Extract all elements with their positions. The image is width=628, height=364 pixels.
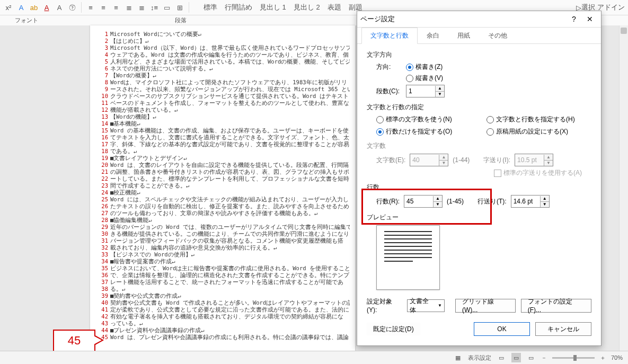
borders-icon[interactable]: ⊞ — [174, 2, 185, 13]
document-line[interactable]: 14■基本機能↵ — [95, 120, 350, 127]
document-line[interactable]: 28■協働編集機能↵ — [95, 217, 350, 224]
set-default-button[interactable]: 既定に設定(D) — [367, 323, 420, 335]
align-center-icon[interactable]: ≡ — [98, 2, 109, 13]
document-line[interactable]: 44■プレゼン資料や会議議事録の作成↵ — [95, 327, 350, 334]
align-right-icon[interactable]: ≡ — [111, 2, 121, 13]
document-line[interactable]: 15Word の基本機能は、文書の作成、編集、および保存である。ユーザーは、キー… — [95, 127, 350, 134]
document-line[interactable]: 40契約書や公式文書も Word で作成されることが多い。Wordはレイアウトや… — [95, 299, 350, 306]
distributed-icon[interactable]: ≣ — [136, 2, 147, 13]
document-line[interactable]: 9ースされた。それ以来、頻繁なバージョンアップが行われ、現在では Microso… — [95, 86, 350, 93]
document-line[interactable]: 35ビジネスにおいて、Wordは主に報告書や提案書の作成に使用される。Word … — [95, 265, 350, 272]
font-color-icon[interactable]: A — [16, 2, 26, 13]
zoom-out-button[interactable]: － — [541, 354, 547, 362]
style-nospacing[interactable]: 行間詰め — [225, 2, 252, 13]
document-line[interactable]: 1Microsoft Wordについての概要↵ — [95, 31, 350, 38]
chars-label: 文字数(E): — [376, 156, 405, 165]
tab-margins[interactable]: 余白 — [418, 28, 448, 43]
superscript-icon[interactable]: x² — [3, 2, 14, 13]
document-line[interactable]: 23間で作成することができる。↵ — [95, 182, 350, 189]
lines-spinner[interactable]: ▲▼ — [404, 195, 443, 208]
document-line[interactable]: 32載されており、編集内容の追跡や意見交換が効率的に行える。↵ — [95, 244, 350, 251]
line-text: ■プレゼン資料や会議議事録の作成↵ — [110, 327, 350, 334]
document-line[interactable]: 22ートしている。また、標準的なテンプレートを利用して、プロフェッショナルな文書… — [95, 175, 350, 182]
enclose-icon[interactable]: ㊦ — [67, 2, 77, 13]
document-line[interactable]: 2【はじめに】↵ — [95, 38, 350, 45]
shading-icon[interactable]: ▭ — [162, 2, 172, 13]
document-line[interactable]: 31バージョン管理やフィードバックの収集が容易となる。コメント機能や変更履歴機能… — [95, 237, 350, 244]
radio-manuscript[interactable]: 原稿用紙の設定にする(X) — [487, 127, 591, 136]
read-mode-icon[interactable]: ▭ — [497, 353, 506, 362]
document-line[interactable]: 6ネスでの使用方法について説明する。↵ — [95, 65, 350, 72]
radio-lines-only[interactable]: 行数だけを指定する(O) — [376, 127, 481, 136]
document-line[interactable]: 34■報告書や提案書の作成↵ — [95, 258, 350, 265]
document-line[interactable]: 27のツールも備わっており、文章の簡潔さや読みやすさを評価する機能もある。↵ — [95, 210, 350, 217]
document-line[interactable]: 16てテキストを入力し、文書に書式を適用することができる。文字サイズ、フォント、… — [95, 134, 350, 141]
document-line[interactable]: 11ベースのドキュメントを作成し、フォーマットを整えるためのツールとして使われ、… — [95, 100, 350, 106]
document-line[interactable]: 7【Wordの概要】↵ — [95, 72, 350, 79]
document-line[interactable]: 26たテキストの誤りを自動的に検出し、修正を提案する。また、読みやすさを向上させ… — [95, 203, 350, 210]
vertical-scrollbar[interactable] — [619, 25, 628, 351]
highlight-icon[interactable]: ab — [29, 2, 39, 13]
scroll-up-icon[interactable] — [621, 28, 627, 34]
document-line[interactable]: 17字、斜体、下線などの基本的な書式設定が可能であり、文書を視覚的に整理すること… — [95, 141, 350, 148]
document-line[interactable]: 24■校正機能↵ — [95, 189, 350, 196]
text-color-icon[interactable]: A — [41, 2, 52, 13]
document-line[interactable]: 39■契約書や公式文書の作成↵ — [95, 292, 350, 299]
document-line[interactable]: 12機能が搭載されている。↵ — [95, 106, 350, 113]
style-heading2[interactable]: 見出し 2 — [294, 2, 320, 13]
gridlines-button[interactable]: グリッド線(W)... — [455, 299, 516, 313]
document-line[interactable]: 18である。↵ — [95, 148, 350, 155]
document-line[interactable]: 8Wordは、マイクロソフト社によって開発されたソフトウェアであり、1983年に… — [95, 79, 350, 86]
zoom-slider[interactable] — [552, 357, 595, 359]
document-line[interactable]: 5人利用など、さまざまな場面で活用されている。本稿では、Wordの概要、機能、そ… — [95, 58, 350, 65]
apply-to-select[interactable]: 文書全体▼ — [407, 299, 445, 312]
radio-horizontal[interactable]: 横書き(Z) — [406, 63, 443, 72]
document-line[interactable]: 13【Wordの機能】↵ — [95, 113, 350, 120]
character-shading-icon[interactable]: A — [54, 2, 65, 13]
group-font-label: フォント — [15, 16, 38, 24]
document-line[interactable]: 41定が柔軟であり、公式文書として必要な規定に沿った文書作成が可能である。また、… — [95, 306, 350, 313]
radio-standard-chars[interactable]: 標準の文字数を使う(N) — [376, 115, 481, 124]
close-button[interactable]: ✕ — [582, 12, 598, 26]
zoom-in-button[interactable]: ＋ — [600, 354, 606, 362]
print-layout-icon[interactable]: ▭ — [511, 353, 521, 362]
display-settings-icon[interactable]: ▦ — [453, 353, 463, 362]
justify-icon[interactable]: ≣ — [123, 2, 134, 13]
document-line[interactable]: 4ウェアである。Word は文書の作成や編集を行うためのツールであり、ビジネス、… — [95, 51, 350, 58]
style-title[interactable]: 表題 — [328, 2, 341, 13]
font-settings-button[interactable]: フォントの設定(F)... — [521, 299, 591, 313]
cancel-button[interactable]: キャンセル — [535, 322, 591, 336]
align-left-icon[interactable]: ≡ — [85, 2, 96, 13]
style-normal[interactable]: 標準 — [204, 2, 217, 13]
document-line[interactable]: 42有効な電子署名を挿入する機能も搭載されており、デジタル環境での契約締結が容易… — [95, 313, 350, 320]
help-button[interactable]: ? — [566, 12, 582, 26]
document-line[interactable]: 10クラウドベースのサブスクリプションサービスを通じて提供されている。Word … — [95, 93, 350, 100]
display-settings-label[interactable]: 表示設定 — [468, 354, 491, 362]
document-line[interactable]: 33【ビジネスでの Wordの使用】↵ — [95, 251, 350, 258]
columns-spinner[interactable]: ▲▼ — [406, 85, 445, 97]
document-line[interactable]: 30きる機能が提供されている。この機能により、チームでの共同作業が円滑に進むよう… — [95, 230, 350, 237]
document-line[interactable]: 38る。↵ — [95, 286, 350, 292]
line-spacing-icon[interactable]: ↕≡ — [149, 2, 160, 13]
document-line[interactable]: 29近年のバージョンの Word では、複数のユーザーがリアルタイムで同じ文書を… — [95, 224, 350, 230]
zoom-level[interactable]: 70% — [611, 354, 623, 361]
line-pitch-spinner[interactable]: ▲▼ — [511, 195, 550, 208]
document-line[interactable]: 36で、企業は情報を整理し、論理的に構造化された文書を作成することができる。特に… — [95, 272, 350, 279]
document-line[interactable]: 21の調整、箇条書きや番号付きリストの作成が容易であり、表、図、グラフなどの挿入… — [95, 168, 350, 175]
document-line[interactable]: 43っている。↵ — [95, 320, 350, 327]
document-page[interactable]: 1Microsoft Wordについての概要↵2【はじめに】↵3Microsof… — [90, 25, 355, 351]
ok-button[interactable]: OK — [474, 322, 530, 336]
radio-specify-both[interactable]: 文字数と行数を指定する(H) — [487, 115, 591, 124]
document-line[interactable]: 19■文書レイアウトとデザイン↵ — [95, 155, 350, 162]
document-line[interactable]: 20Word は、文書のレイアウトを自由に設定できる機能を提供している。段落の配… — [95, 162, 350, 168]
document-line[interactable]: 45Word は、プレゼン資料や会議議事録の作成にも利用される。特に会議の議事録… — [95, 334, 350, 341]
style-heading1[interactable]: 見出し 1 — [260, 2, 286, 13]
web-layout-icon[interactable]: ▭ — [526, 353, 536, 362]
document-line[interactable]: 3Microsoft Word（以下、Word）は、世界で最も広く使用されている… — [95, 45, 350, 51]
document-line[interactable]: 25Word には、スペルチェックや文法チェックの機能が組み込まれており、ユーザ… — [95, 196, 350, 203]
document-line[interactable]: 37レート機能を活用することで、統一されたフォーマットを迅速に作成することが可能… — [95, 279, 350, 286]
tab-other[interactable]: その他 — [479, 28, 516, 43]
tab-paper[interactable]: 用紙 — [448, 28, 479, 43]
tab-chars-lines[interactable]: 文字数と行数 — [361, 28, 418, 44]
radio-vertical[interactable]: 縦書き(V) — [406, 74, 443, 83]
